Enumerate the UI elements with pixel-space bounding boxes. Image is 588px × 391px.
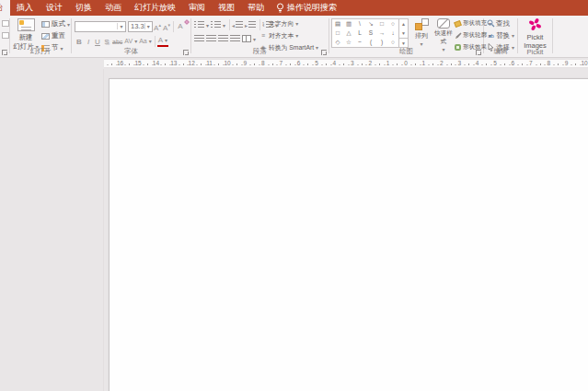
ruler-tick [558, 63, 559, 65]
justify-button[interactable] [230, 35, 240, 42]
shape-item[interactable]: ) [376, 38, 387, 47]
italic-button[interactable]: I [84, 36, 93, 48]
ruler-tick [232, 64, 234, 65]
tab-home-partial[interactable]: 始 [0, 0, 10, 16]
ruler-tick [384, 64, 386, 65]
ruler-tick [268, 64, 270, 65]
ruler-number: 5 [315, 60, 318, 66]
ribbon-tab-3[interactable]: 动画 [98, 0, 128, 16]
ruler-tick [362, 63, 363, 65]
ruler-tick [196, 64, 198, 65]
shape-item[interactable]: \ [354, 19, 365, 29]
font-size-combo[interactable]: 13.3▾ [128, 21, 153, 32]
decrease-font-size-button[interactable]: A▾ [162, 19, 171, 34]
text-direction-button[interactable]: ↕文字方向 [259, 17, 328, 29]
ribbon-tab-1[interactable]: 设计 [40, 0, 69, 16]
ribbon-tab-0[interactable]: 插入 [10, 0, 40, 16]
shape-item[interactable]: △ [343, 29, 354, 38]
increase-font-size-button[interactable]: A▴ [153, 19, 162, 34]
align-text-icon: ≡ [259, 32, 267, 39]
ribbon-tab-7[interactable]: 帮助 [241, 0, 271, 16]
align-text-label: 对齐文本 [269, 31, 294, 40]
ribbon-tab-6[interactable]: 视图 [212, 0, 241, 16]
shape-item[interactable]: ○ [387, 38, 398, 47]
shape-item[interactable]: □ [376, 19, 387, 29]
align-left-button[interactable] [194, 35, 204, 42]
shape-outline-button[interactable]: 形状轮廓 [455, 29, 483, 41]
align-center-button[interactable] [206, 35, 216, 42]
find-button[interactable]: 查找 [487, 17, 514, 29]
gallery-scroll-up[interactable]: ▲ [399, 19, 408, 29]
shape-item[interactable]: ~ [354, 38, 365, 47]
shape-item[interactable]: → [376, 29, 387, 38]
shape-item[interactable]: ↓ [387, 29, 398, 38]
clipboard-button-fragment[interactable] [2, 32, 9, 39]
ruler-number: 4 [476, 60, 479, 66]
slide-canvas[interactable] [109, 78, 588, 391]
ribbon-tab-4[interactable]: 幻灯片放映 [128, 0, 182, 16]
font-name-combo[interactable]: ▾ [75, 21, 126, 32]
shape-item[interactable]: ( [365, 38, 376, 47]
strikethrough-button[interactable]: abc [111, 36, 123, 48]
slide-thumbnail-pane [0, 69, 104, 391]
shape-item[interactable]: S [365, 29, 376, 38]
clipboard-dialog-launcher[interactable] [2, 50, 7, 55]
shape-item[interactable]: ○ [387, 19, 398, 29]
layout-button[interactable]: 版式 [41, 18, 71, 29]
increase-indent-button[interactable]: ▸ [245, 21, 256, 29]
align-right-icon [218, 35, 228, 42]
find-icon [487, 19, 495, 28]
shape-item[interactable]: ◇ [332, 38, 343, 47]
clipboard-button-fragment[interactable] [2, 20, 9, 27]
ruler-tick [152, 64, 154, 65]
align-right-button[interactable] [218, 35, 228, 42]
tell-me-search[interactable]: 操作说明搜索 [276, 2, 337, 14]
text-shadow-button[interactable]: S [102, 36, 111, 48]
ribbon-tab-5[interactable]: 审阅 [182, 0, 212, 16]
text-direction-icon: ↕ [259, 20, 267, 27]
paragraph-dialog-launcher[interactable] [321, 50, 327, 55]
group-clipboard-partial [0, 16, 9, 57]
character-spacing-button[interactable]: AV [123, 35, 138, 48]
ruler-tick [379, 63, 380, 65]
shape-item[interactable]: L [354, 29, 365, 38]
shape-item[interactable]: ☆ [343, 38, 354, 47]
arrange-button[interactable]: 排列 [411, 18, 432, 47]
drawing-dialog-launcher[interactable] [476, 50, 481, 55]
justify-icon [230, 35, 240, 42]
underline-button[interactable]: U [93, 36, 102, 48]
ruler-tick [143, 64, 144, 65]
ruler-tick [133, 64, 135, 65]
ruler-number: 10 [224, 60, 230, 66]
ruler-tick [522, 63, 523, 65]
columns-button[interactable] [242, 35, 256, 42]
font-color-button[interactable]: A [157, 36, 168, 47]
decrease-indent-button[interactable]: ◂ [232, 21, 243, 29]
ruler-number: 10 [581, 60, 587, 66]
bold-button[interactable]: B [75, 36, 84, 48]
replace-label: 替换 [496, 31, 510, 40]
shape-fill-button[interactable]: 形状填充 [455, 17, 483, 29]
editing-group-label: 编辑 [484, 47, 517, 56]
shape-item[interactable]: ▤ [332, 19, 343, 29]
replace-button[interactable]: ab替换 [487, 29, 514, 41]
ruler-tick [236, 63, 237, 65]
numbering-button[interactable] [211, 21, 225, 29]
reset-button[interactable]: 重置 [41, 30, 71, 41]
change-case-button[interactable]: Aa [138, 35, 153, 48]
shape-item[interactable]: ▥ [343, 19, 354, 29]
ruler-number: 0 [404, 60, 408, 66]
ruler-number: 12 [189, 60, 195, 66]
shape-item[interactable]: □ [332, 29, 343, 38]
font-dialog-launcher[interactable] [183, 50, 189, 55]
align-text-button[interactable]: ≡对齐文本 [259, 29, 328, 41]
gallery-scroll-down[interactable]: ▼ [399, 29, 408, 38]
ruler-tick [165, 63, 166, 65]
horizontal-ruler: 16151413121110987654321012345678910 [0, 58, 588, 69]
clear-formatting-button[interactable]: A [176, 20, 185, 32]
ribbon-tab-2[interactable]: 切换 [69, 0, 98, 16]
shapes-gallery-scroll: ▲ ▼ ▼ [398, 19, 408, 47]
bullets-button[interactable] [194, 21, 209, 29]
font-group-label: 字体 [72, 47, 190, 56]
shape-item[interactable]: ↘ [365, 19, 376, 29]
